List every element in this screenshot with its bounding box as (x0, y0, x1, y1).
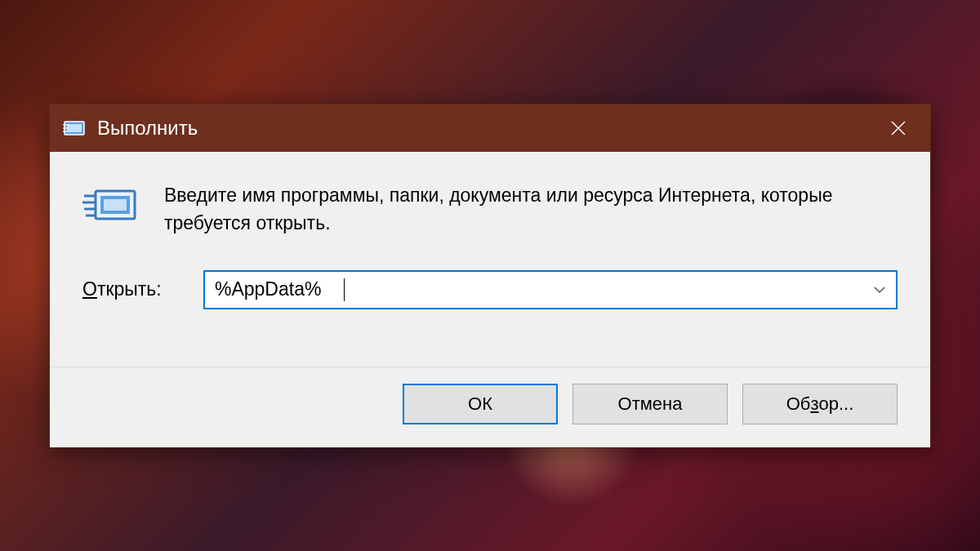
chevron-down-icon (873, 286, 886, 294)
titlebar[interactable]: Выполнить (50, 104, 930, 152)
dropdown-button[interactable] (863, 272, 896, 308)
svg-rect-9 (104, 199, 127, 211)
browse-button[interactable]: Обзор... (742, 384, 898, 424)
svg-rect-1 (67, 124, 82, 132)
open-label: Открыть: (82, 278, 180, 301)
instruction-text: Введите имя программы, папки, документа … (164, 181, 898, 238)
dialog-body: Введите имя программы, папки, документа … (50, 152, 930, 367)
close-button[interactable] (866, 104, 930, 152)
dialog-title: Выполнить (97, 117, 198, 140)
cancel-button[interactable]: Отмена (572, 384, 728, 424)
input-row: Открыть: (82, 270, 898, 309)
open-input[interactable] (205, 272, 863, 307)
instruction-row: Введите имя программы, папки, документа … (82, 181, 898, 238)
close-icon (890, 120, 906, 136)
titlebar-left: Выполнить (63, 117, 198, 140)
button-row: ОК Отмена Обзор... (50, 367, 930, 447)
text-cursor (344, 278, 345, 301)
open-combobox[interactable] (203, 270, 898, 309)
run-titlebar-icon (63, 117, 86, 140)
run-large-icon (82, 183, 140, 232)
ok-button[interactable]: ОК (403, 384, 558, 424)
run-dialog: Выполнить Введите имя прог (49, 104, 931, 448)
